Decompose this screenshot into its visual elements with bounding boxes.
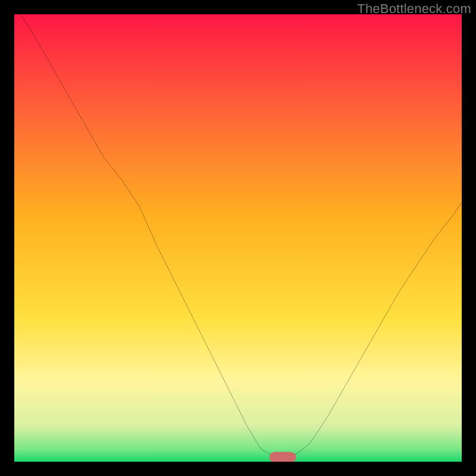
gradient-background	[14, 14, 462, 462]
chart-frame: TheBottleneck.com	[0, 0, 476, 476]
bottleneck-chart	[14, 14, 462, 462]
plot-area	[14, 14, 462, 462]
optimal-marker	[270, 452, 296, 462]
